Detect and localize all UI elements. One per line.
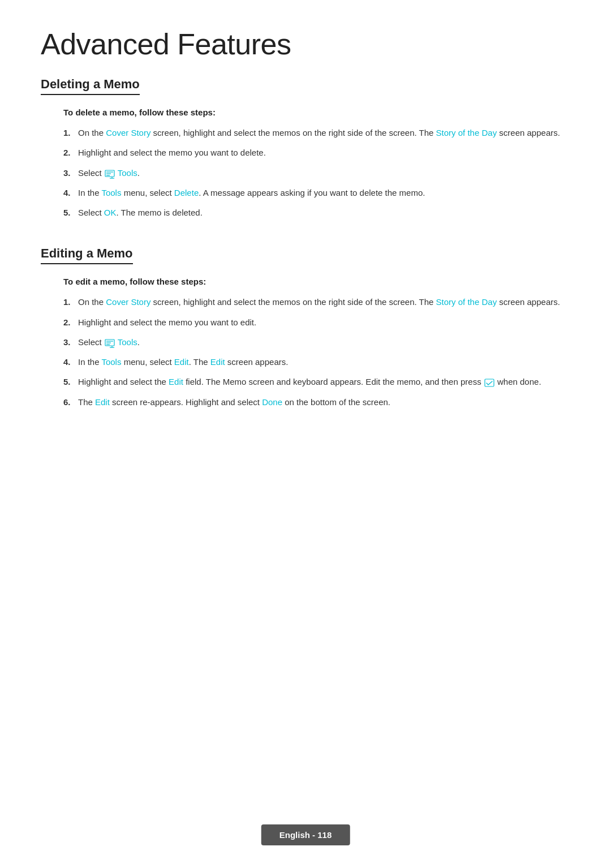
step-content: On the Cover Story screen, highlight and… bbox=[78, 126, 570, 139]
step-number: 2. bbox=[63, 316, 78, 329]
step-content: Select Tools. bbox=[78, 336, 570, 349]
table-row: 3. Select Tools. bbox=[63, 166, 570, 179]
step-number: 6. bbox=[63, 396, 78, 409]
step-content: In the Tools menu, select Delete. A mess… bbox=[78, 186, 570, 199]
story-of-the-day-link-edit[interactable]: Story of the Day bbox=[436, 297, 497, 307]
edit-field-link[interactable]: Edit bbox=[169, 377, 183, 386]
table-row: 5. Select OK. The memo is deleted. bbox=[63, 206, 570, 219]
step-content: In the Tools menu, select Edit. The Edit… bbox=[78, 355, 570, 368]
cover-story-link[interactable]: Cover Story bbox=[106, 128, 150, 137]
step-content: Highlight and select the Edit field. The… bbox=[78, 375, 570, 388]
story-of-the-day-link[interactable]: Story of the Day bbox=[436, 128, 497, 137]
tools-link[interactable]: Tools bbox=[118, 168, 137, 178]
deleting-memo-heading: Deleting a Memo bbox=[41, 77, 140, 95]
page-title: Advanced Features bbox=[41, 27, 570, 61]
step-content: Highlight and select the memo you want t… bbox=[78, 146, 570, 159]
table-row: 6. The Edit screen re-appears. Highlight… bbox=[63, 396, 570, 409]
table-row: 4. In the Tools menu, select Edit. The E… bbox=[63, 355, 570, 368]
confirm-icon bbox=[484, 378, 494, 387]
tools-link-edit-2[interactable]: Tools bbox=[101, 357, 121, 367]
step-number: 5. bbox=[63, 206, 78, 219]
step-number: 4. bbox=[63, 355, 78, 368]
svg-rect-12 bbox=[485, 379, 494, 386]
tools-link-2[interactable]: Tools bbox=[101, 188, 121, 197]
edit-link-2[interactable]: Edit bbox=[210, 357, 225, 367]
done-link[interactable]: Done bbox=[262, 397, 282, 407]
step-content: Select OK. The memo is deleted. bbox=[78, 206, 570, 219]
step-content: On the Cover Story screen, highlight and… bbox=[78, 295, 570, 308]
table-row: 4. In the Tools menu, select Delete. A m… bbox=[63, 186, 570, 199]
delete-instruction-label: To delete a memo, follow these steps: bbox=[41, 108, 570, 117]
ok-link[interactable]: OK bbox=[104, 208, 117, 217]
cover-story-link-edit[interactable]: Cover Story bbox=[106, 297, 150, 307]
step-content: Select Tools. bbox=[78, 166, 570, 179]
edit-steps-list: 1. On the Cover Story screen, highlight … bbox=[41, 295, 570, 409]
step-number: 3. bbox=[63, 166, 78, 179]
table-row: 2. Highlight and select the memo you wan… bbox=[63, 146, 570, 159]
tools-icon bbox=[105, 169, 115, 178]
step-content: The Edit screen re-appears. Highlight an… bbox=[78, 396, 570, 409]
section-editing-memo: Editing a Memo To edit a memo, follow th… bbox=[41, 246, 570, 409]
edit-link-3[interactable]: Edit bbox=[95, 397, 110, 407]
edit-instruction-label: To edit a memo, follow these steps: bbox=[41, 277, 570, 286]
step-number: 1. bbox=[63, 295, 78, 308]
page-container: Advanced Features Deleting a Memo To del… bbox=[0, 0, 611, 481]
delete-steps-list: 1. On the Cover Story screen, highlight … bbox=[41, 126, 570, 219]
table-row: 5. Highlight and select the Edit field. … bbox=[63, 375, 570, 388]
page-footer: English - 118 bbox=[261, 824, 350, 845]
section-deleting-memo: Deleting a Memo To delete a memo, follow… bbox=[41, 77, 570, 219]
delete-link[interactable]: Delete bbox=[174, 188, 199, 197]
tools-icon-edit bbox=[105, 338, 115, 347]
step-number: 1. bbox=[63, 126, 78, 139]
step-number: 5. bbox=[63, 375, 78, 388]
table-row: 1. On the Cover Story screen, highlight … bbox=[63, 126, 570, 139]
edit-link[interactable]: Edit bbox=[174, 357, 189, 367]
step-number: 2. bbox=[63, 146, 78, 159]
step-content: Highlight and select the memo you want t… bbox=[78, 316, 570, 329]
editing-memo-heading: Editing a Memo bbox=[41, 246, 133, 264]
step-number: 3. bbox=[63, 336, 78, 349]
step-number: 4. bbox=[63, 186, 78, 199]
table-row: 3. Select Tools. bbox=[63, 336, 570, 349]
table-row: 2. Highlight and select the memo you wan… bbox=[63, 316, 570, 329]
table-row: 1. On the Cover Story screen, highlight … bbox=[63, 295, 570, 308]
tools-link-edit[interactable]: Tools bbox=[118, 337, 137, 347]
